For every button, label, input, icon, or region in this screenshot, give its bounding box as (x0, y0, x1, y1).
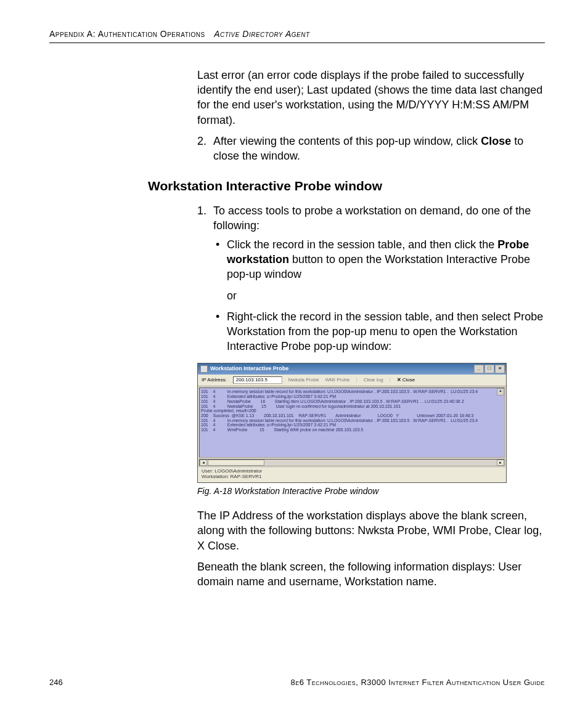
status-area: User: LOGO0\Administrator Workstation: R… (198, 468, 506, 482)
app-icon (200, 365, 208, 373)
paragraph-ip-address: The IP Address of the workstation displa… (197, 508, 545, 553)
scroll-right-button[interactable]: ► (497, 460, 504, 466)
scroll-up-button[interactable]: ▲ (497, 388, 504, 396)
log-line: 101 4 In-memory session table record for… (201, 389, 478, 394)
bullet1-prefix: Click the record in the session table, a… (227, 238, 497, 251)
or-separator: or (227, 288, 545, 303)
probe-toolbar: IP Address: 200.103.103.5 Nwksta Probe W… (198, 375, 506, 387)
close-window-button[interactable]: × (495, 365, 505, 373)
page-header: Appendix A: Authentication Operations Ac… (49, 28, 545, 43)
header-right: Active Directory Agent (214, 29, 309, 39)
nwksta-probe-button[interactable]: Nwksta Probe (288, 378, 319, 383)
maximize-button[interactable]: □ (484, 365, 494, 373)
scrollbar-thumb[interactable] (208, 460, 264, 466)
log-line: 101 4 In-memory session table record for… (201, 418, 478, 423)
close-label: Close (402, 377, 415, 383)
log-line: 101 4 WmiProbe 15 Starting WMI probe on … (201, 428, 363, 432)
status-workstation: Workstation: RAP-SERVR1 (202, 474, 502, 480)
step-1-text: To access tools to probe a workstation o… (213, 205, 531, 232)
section-heading: Workstation Interactive Probe window (148, 177, 545, 195)
probe-window: Workstation Interactive Probe _ □ × IP A… (197, 363, 507, 483)
bullet-click-record: Click the record in the session table, a… (213, 237, 545, 303)
page-footer: 246 8e6 Technologies, R3000 Internet Fil… (49, 677, 545, 688)
footer-guide: 8e6 Technologies, R3000 Internet Filter … (290, 677, 545, 688)
wmi-probe-button[interactable]: WMI Probe (325, 378, 350, 383)
step-2: 2. After viewing the contents of this po… (197, 134, 545, 164)
horizontal-scrollbar[interactable]: ◄ ► (199, 459, 505, 466)
window-titlebar[interactable]: Workstation Interactive Probe _ □ × (198, 363, 506, 375)
close-button[interactable]: ✕Close (397, 378, 415, 383)
log-line: 200 Success @KSE 1.13 200.10.101.101 RAP… (201, 413, 474, 418)
page-number: 246 (49, 677, 63, 688)
step-number: 1. (197, 203, 206, 218)
scroll-left-button[interactable]: ◄ (200, 460, 207, 466)
log-line: Probe completed, result=200 (201, 408, 256, 413)
log-line: 101 4 Extended attributes: s=ProbingJp=1… (201, 423, 336, 427)
close-label-bold: Close (481, 135, 511, 147)
bullet-right-click: Right-click the record in the session ta… (213, 309, 545, 354)
toolbar-separator: | (356, 378, 357, 383)
paragraph-beneath-screen: Beneath the blank screen, the following … (197, 559, 545, 590)
step-1: 1. To access tools to probe a workstatio… (197, 203, 545, 354)
toolbar-separator: | (390, 378, 391, 383)
figure-caption: Fig. A-18 Workstation Interactive Probe … (197, 485, 545, 497)
paragraph-last-error: Last error (an error code displays if th… (197, 68, 545, 128)
log-line: 101 4 NwkstaProbe 15 User login re-confi… (201, 404, 401, 408)
clear-log-button[interactable]: Clear log (364, 378, 383, 383)
ip-address-label: IP Address: (202, 378, 227, 383)
log-output[interactable]: ▲101 4 In-memory session table record fo… (199, 387, 505, 458)
close-icon: ✕ (397, 377, 401, 383)
log-line: 101 4 Extended attributes: s=ProbingJp=1… (201, 394, 336, 399)
window-title: Workstation Interactive Probe (210, 366, 288, 372)
minimize-button[interactable]: _ (474, 365, 484, 373)
step-number: 2. (197, 134, 206, 148)
step-2-text-prefix: After viewing the contents of this pop-u… (213, 135, 481, 147)
log-line: 101 4 NwstaProbe 16 Starting item U:LOGO… (201, 399, 464, 404)
ip-address-input[interactable]: 200.103.103.5 (233, 376, 282, 384)
header-left: Appendix A: Authentication Operations (49, 29, 205, 39)
figure-a18: Workstation Interactive Probe _ □ × IP A… (197, 363, 545, 497)
